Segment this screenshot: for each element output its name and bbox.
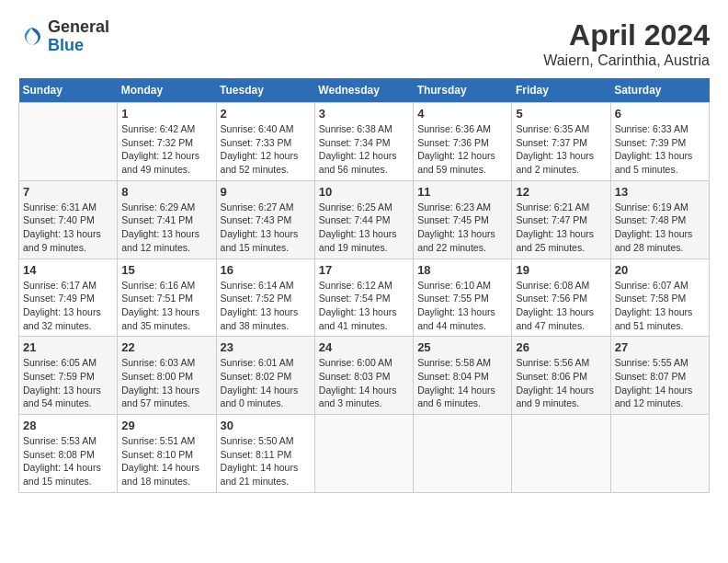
calendar-cell: 29Sunrise: 5:51 AM Sunset: 8:10 PM Dayli… (118, 415, 216, 493)
day-number: 15 (121, 263, 211, 277)
day-number: 28 (23, 419, 113, 432)
main-title: April 2024 (543, 18, 710, 52)
calendar-cell: 3Sunrise: 6:38 AM Sunset: 7:34 PM Daylig… (314, 103, 413, 181)
header: General Blue April 2024 Waiern, Carinthi… (18, 18, 710, 69)
calendar-cell: 1Sunrise: 6:42 AM Sunset: 7:32 PM Daylig… (118, 103, 216, 181)
day-info: Sunrise: 6:21 AM Sunset: 7:47 PM Dayligh… (516, 201, 606, 255)
day-number: 18 (417, 263, 507, 277)
day-info: Sunrise: 6:19 AM Sunset: 7:48 PM Dayligh… (615, 201, 705, 255)
day-number: 23 (221, 340, 311, 354)
day-info: Sunrise: 6:14 AM Sunset: 7:52 PM Dayligh… (221, 279, 311, 333)
day-info: Sunrise: 6:23 AM Sunset: 7:45 PM Dayligh… (417, 201, 507, 255)
day-info: Sunrise: 6:25 AM Sunset: 7:44 PM Dayligh… (319, 201, 409, 255)
calendar-cell: 20Sunrise: 6:07 AM Sunset: 7:58 PM Dayli… (610, 259, 709, 337)
day-number: 27 (615, 340, 705, 354)
day-number: 26 (516, 340, 606, 354)
day-info: Sunrise: 6:01 AM Sunset: 8:02 PM Dayligh… (221, 356, 311, 410)
calendar-table: SundayMondayTuesdayWednesdayThursdayFrid… (18, 78, 710, 493)
day-number: 8 (121, 185, 211, 199)
calendar-cell: 26Sunrise: 5:56 AM Sunset: 8:06 PM Dayli… (512, 337, 610, 415)
calendar-cell: 9Sunrise: 6:27 AM Sunset: 7:43 PM Daylig… (216, 180, 314, 259)
calendar-week-row: 21Sunrise: 6:05 AM Sunset: 7:59 PM Dayli… (19, 337, 710, 415)
day-number: 22 (121, 340, 211, 354)
calendar-cell: 16Sunrise: 6:14 AM Sunset: 7:52 PM Dayli… (216, 259, 314, 337)
calendar-cell (512, 415, 610, 493)
day-info: Sunrise: 5:56 AM Sunset: 8:06 PM Dayligh… (516, 356, 606, 410)
day-number: 16 (221, 263, 311, 277)
calendar-cell: 10Sunrise: 6:25 AM Sunset: 7:44 PM Dayli… (314, 180, 413, 259)
calendar-cell: 21Sunrise: 6:05 AM Sunset: 7:59 PM Dayli… (19, 337, 118, 415)
calendar-cell: 5Sunrise: 6:35 AM Sunset: 7:37 PM Daylig… (512, 103, 610, 181)
day-number: 12 (516, 185, 606, 199)
day-info: Sunrise: 6:00 AM Sunset: 8:03 PM Dayligh… (319, 356, 409, 410)
day-number: 24 (319, 340, 409, 354)
header-cell-friday: Friday (512, 78, 610, 103)
calendar-cell: 19Sunrise: 6:08 AM Sunset: 7:56 PM Dayli… (512, 259, 610, 337)
header-cell-wednesday: Wednesday (314, 78, 413, 103)
day-info: Sunrise: 6:31 AM Sunset: 7:40 PM Dayligh… (23, 201, 113, 255)
logo-text: General Blue (48, 18, 109, 55)
day-number: 20 (615, 263, 705, 277)
calendar-cell: 27Sunrise: 5:55 AM Sunset: 8:07 PM Dayli… (610, 337, 709, 415)
header-cell-thursday: Thursday (414, 78, 512, 103)
day-info: Sunrise: 5:50 AM Sunset: 8:11 PM Dayligh… (221, 434, 311, 488)
day-info: Sunrise: 6:10 AM Sunset: 7:55 PM Dayligh… (417, 279, 507, 333)
calendar-header-row: SundayMondayTuesdayWednesdayThursdayFrid… (19, 78, 710, 103)
day-info: Sunrise: 6:08 AM Sunset: 7:56 PM Dayligh… (516, 279, 606, 333)
day-number: 4 (417, 107, 507, 121)
calendar-cell: 6Sunrise: 6:33 AM Sunset: 7:39 PM Daylig… (610, 103, 709, 181)
calendar-cell (19, 103, 118, 181)
day-number: 21 (23, 340, 113, 354)
day-info: Sunrise: 6:33 AM Sunset: 7:39 PM Dayligh… (615, 122, 705, 177)
day-number: 1 (121, 107, 211, 121)
day-info: Sunrise: 6:27 AM Sunset: 7:43 PM Dayligh… (221, 201, 311, 255)
day-info: Sunrise: 6:42 AM Sunset: 7:32 PM Dayligh… (121, 122, 211, 177)
day-number: 3 (319, 107, 409, 121)
calendar-cell: 2Sunrise: 6:40 AM Sunset: 7:33 PM Daylig… (216, 103, 314, 181)
calendar-cell: 15Sunrise: 6:16 AM Sunset: 7:51 PM Dayli… (118, 259, 216, 337)
day-info: Sunrise: 6:35 AM Sunset: 7:37 PM Dayligh… (516, 122, 606, 177)
title-area: April 2024 Waiern, Carinthia, Austria (543, 18, 710, 69)
day-number: 7 (23, 185, 113, 199)
day-info: Sunrise: 5:55 AM Sunset: 8:07 PM Dayligh… (615, 356, 705, 410)
day-info: Sunrise: 6:38 AM Sunset: 7:34 PM Dayligh… (319, 122, 409, 177)
calendar-cell: 28Sunrise: 5:53 AM Sunset: 8:08 PM Dayli… (19, 415, 118, 493)
header-cell-saturday: Saturday (610, 78, 709, 103)
day-number: 10 (319, 185, 409, 199)
header-cell-tuesday: Tuesday (216, 78, 314, 103)
calendar-week-row: 1Sunrise: 6:42 AM Sunset: 7:32 PM Daylig… (19, 103, 710, 181)
day-number: 30 (221, 419, 311, 432)
day-number: 6 (615, 107, 705, 121)
calendar-cell: 11Sunrise: 6:23 AM Sunset: 7:45 PM Dayli… (414, 180, 512, 259)
calendar-cell: 17Sunrise: 6:12 AM Sunset: 7:54 PM Dayli… (314, 259, 413, 337)
calendar-week-row: 28Sunrise: 5:53 AM Sunset: 8:08 PM Dayli… (19, 415, 710, 493)
day-info: Sunrise: 6:05 AM Sunset: 7:59 PM Dayligh… (23, 356, 113, 410)
calendar-cell: 23Sunrise: 6:01 AM Sunset: 8:02 PM Dayli… (216, 337, 314, 415)
header-cell-sunday: Sunday (19, 78, 118, 103)
day-info: Sunrise: 6:40 AM Sunset: 7:33 PM Dayligh… (221, 122, 311, 177)
calendar-cell: 25Sunrise: 5:58 AM Sunset: 8:04 PM Dayli… (414, 337, 512, 415)
day-info: Sunrise: 6:16 AM Sunset: 7:51 PM Dayligh… (121, 279, 211, 333)
calendar-cell: 18Sunrise: 6:10 AM Sunset: 7:55 PM Dayli… (414, 259, 512, 337)
subtitle: Waiern, Carinthia, Austria (543, 52, 710, 69)
day-number: 25 (417, 340, 507, 354)
calendar-cell: 13Sunrise: 6:19 AM Sunset: 7:48 PM Dayli… (610, 180, 709, 259)
day-info: Sunrise: 5:53 AM Sunset: 8:08 PM Dayligh… (23, 434, 113, 488)
calendar-week-row: 14Sunrise: 6:17 AM Sunset: 7:49 PM Dayli… (19, 259, 710, 337)
day-info: Sunrise: 6:29 AM Sunset: 7:41 PM Dayligh… (121, 201, 211, 255)
day-info: Sunrise: 6:17 AM Sunset: 7:49 PM Dayligh… (23, 279, 113, 333)
calendar-cell: 22Sunrise: 6:03 AM Sunset: 8:00 PM Dayli… (118, 337, 216, 415)
day-info: Sunrise: 5:51 AM Sunset: 8:10 PM Dayligh… (121, 434, 211, 488)
day-number: 2 (221, 107, 311, 121)
calendar-cell: 30Sunrise: 5:50 AM Sunset: 8:11 PM Dayli… (216, 415, 314, 493)
calendar-cell (610, 415, 709, 493)
calendar-cell: 8Sunrise: 6:29 AM Sunset: 7:41 PM Daylig… (118, 180, 216, 259)
day-number: 13 (615, 185, 705, 199)
calendar-week-row: 7Sunrise: 6:31 AM Sunset: 7:40 PM Daylig… (19, 180, 710, 259)
day-info: Sunrise: 6:12 AM Sunset: 7:54 PM Dayligh… (319, 279, 409, 333)
calendar-cell: 24Sunrise: 6:00 AM Sunset: 8:03 PM Dayli… (314, 337, 413, 415)
day-info: Sunrise: 6:36 AM Sunset: 7:36 PM Dayligh… (417, 122, 507, 177)
calendar-cell: 14Sunrise: 6:17 AM Sunset: 7:49 PM Dayli… (19, 259, 118, 337)
day-number: 11 (417, 185, 507, 199)
day-info: Sunrise: 6:03 AM Sunset: 8:00 PM Dayligh… (121, 356, 211, 410)
